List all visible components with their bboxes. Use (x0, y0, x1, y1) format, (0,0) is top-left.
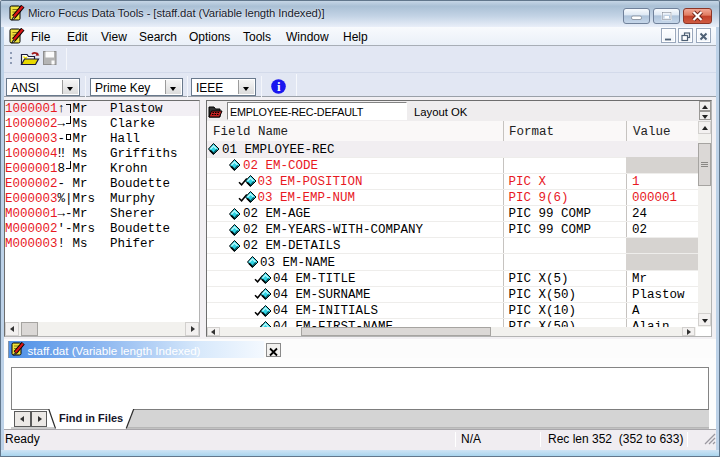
svg-text:i: i (276, 79, 280, 94)
